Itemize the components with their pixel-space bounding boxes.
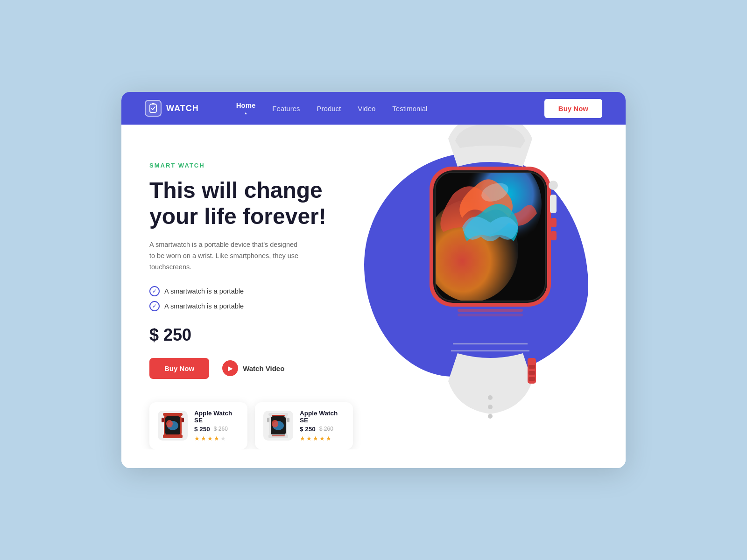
hero-image-area: [336, 125, 626, 447]
svg-rect-37: [551, 218, 557, 227]
product-stars-2: ★ ★ ★ ★ ★: [300, 435, 345, 442]
play-icon: ▶: [222, 360, 238, 376]
star-5: ★: [220, 435, 226, 442]
feature-text-2: A smartwatch is a portable: [164, 302, 244, 310]
product-old-price-2: $ 260: [319, 426, 333, 432]
product-info-1: Apple Watch SE $ 250 $ 260 ★ ★ ★ ★ ★: [194, 410, 239, 442]
svg-rect-26: [529, 377, 535, 381]
nav-video[interactable]: Video: [358, 105, 375, 112]
hero-title: This will change your life forever!: [149, 177, 355, 229]
product-old-price-1: $ 260: [214, 426, 228, 432]
check-icon-1: ✓: [149, 286, 160, 296]
product-name-2: Apple Watch SE: [300, 410, 345, 424]
svg-rect-41: [458, 309, 523, 312]
nav-testimonial[interactable]: Testimonial: [392, 105, 427, 112]
svg-point-22: [488, 414, 493, 419]
svg-point-21: [488, 405, 493, 409]
nav-features[interactable]: Features: [272, 105, 300, 112]
product-info-2: Apple Watch SE $ 250 $ 260 ★ ★ ★ ★ ★: [300, 410, 345, 442]
check-icon-2: ✓: [149, 301, 160, 311]
star2-4: ★: [319, 435, 325, 442]
navbar: WATCH Home Features Product Video Testim…: [121, 92, 626, 125]
product-stars-1: ★ ★ ★ ★ ★: [194, 435, 239, 442]
star-3: ★: [207, 435, 213, 442]
page-wrapper: WATCH Home Features Product Video Testim…: [121, 92, 626, 468]
nav-product[interactable]: Product: [317, 105, 341, 112]
hero-buy-button[interactable]: Buy Now: [149, 358, 209, 379]
svg-rect-14: [267, 418, 269, 422]
svg-rect-35: [550, 195, 557, 213]
hero-content: SMART WATCH This will change your life f…: [149, 153, 355, 449]
feature-item-2: ✓ A smartwatch is a portable: [149, 301, 355, 311]
star-2: ★: [201, 435, 206, 442]
product-price-row-1: $ 250 $ 260: [194, 426, 239, 433]
svg-rect-8: [163, 434, 183, 438]
svg-rect-9: [163, 413, 183, 416]
logo-text: WATCH: [166, 104, 199, 113]
nav-home[interactable]: Home: [236, 101, 256, 115]
price: $ 250: [149, 325, 355, 345]
product-thumb-2: [263, 411, 293, 441]
hero-bottom: [121, 449, 626, 468]
svg-point-20: [488, 395, 493, 400]
svg-rect-42: [458, 314, 523, 316]
svg-rect-15: [287, 418, 289, 422]
svg-rect-1: [152, 103, 155, 105]
star-1: ★: [194, 435, 200, 442]
product-price-2: $ 250: [300, 426, 316, 433]
product-price-1: $ 250: [194, 426, 210, 433]
svg-rect-18: [272, 435, 285, 436]
nav-buy-button[interactable]: Buy Now: [544, 99, 602, 118]
hero-description: A smartwatch is a portable device that's…: [149, 239, 299, 273]
logo: WATCH: [145, 100, 199, 117]
svg-rect-25: [529, 371, 535, 375]
watch-3d: [345, 125, 626, 437]
star-4: ★: [214, 435, 219, 442]
feature-list: ✓ A smartwatch is a portable ✓ A smartwa…: [149, 286, 355, 311]
star2-3: ★: [313, 435, 318, 442]
svg-rect-6: [162, 418, 164, 422]
product-name-1: Apple Watch SE: [194, 410, 239, 424]
svg-rect-7: [182, 418, 184, 422]
feature-text-1: A smartwatch is a portable: [164, 287, 244, 295]
logo-icon: [145, 100, 162, 117]
product-card-1[interactable]: Apple Watch SE $ 250 $ 260 ★ ★ ★ ★ ★: [149, 402, 247, 449]
cta-row: Buy Now ▶ Watch Video: [149, 358, 355, 379]
watch-video-label: Watch Video: [243, 364, 284, 372]
product-price-row-2: $ 250 $ 260: [300, 426, 345, 433]
svg-rect-19: [272, 415, 285, 416]
svg-point-13: [272, 420, 278, 427]
product-card-2[interactable]: Apple Watch SE $ 250 $ 260 ★ ★ ★ ★ ★: [255, 402, 353, 449]
hero-subtitle: SMART WATCH: [149, 162, 355, 169]
feature-item-1: ✓ A smartwatch is a portable: [149, 286, 355, 296]
product-cards: Apple Watch SE $ 250 $ 260 ★ ★ ★ ★ ★: [149, 402, 355, 449]
product-thumb-1: [158, 411, 188, 441]
watch-video-button[interactable]: ▶ Watch Video: [222, 360, 284, 376]
nav-links: Home Features Product Video Testimonial: [236, 101, 428, 115]
star2-1: ★: [300, 435, 305, 442]
hero-section: SMART WATCH This will change your life f…: [121, 125, 626, 449]
star2-5: ★: [326, 435, 331, 442]
svg-point-36: [549, 181, 558, 190]
svg-rect-38: [551, 231, 557, 240]
svg-point-5: [166, 420, 173, 427]
svg-rect-24: [529, 365, 535, 369]
star2-2: ★: [306, 435, 312, 442]
